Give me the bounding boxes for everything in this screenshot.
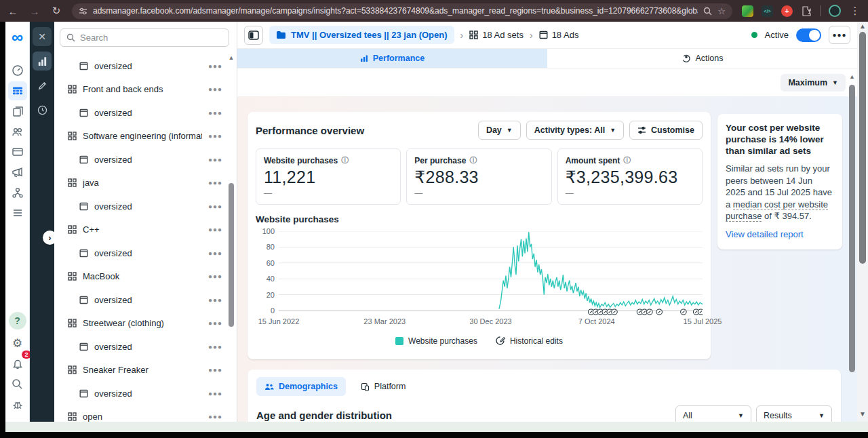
row-menu-button[interactable]: ●●● xyxy=(208,226,222,233)
row-menu-button[interactable]: ●●● xyxy=(208,179,222,186)
history-clock-icon[interactable] xyxy=(33,100,52,119)
business-structure-icon[interactable] xyxy=(8,183,27,202)
day-dropdown[interactable]: Day ▼ xyxy=(478,121,521,140)
row-menu-button[interactable]: ●●● xyxy=(208,273,222,280)
extensions-puzzle-icon[interactable] xyxy=(801,5,812,16)
sidebar-item-ad[interactable]: oversized●●● xyxy=(54,241,228,265)
search-input[interactable]: Search xyxy=(60,28,229,47)
row-menu-button[interactable]: ●●● xyxy=(208,109,222,117)
search-rail-icon[interactable] xyxy=(8,374,27,393)
profile-avatar-icon[interactable] xyxy=(829,5,841,17)
row-menu-button[interactable]: ●●● xyxy=(208,390,222,397)
red-extension-icon[interactable]: + xyxy=(781,5,793,17)
code-extension-icon[interactable]: </> xyxy=(762,5,773,17)
zoom-icon[interactable] xyxy=(703,7,712,16)
row-menu-button[interactable]: ●●● xyxy=(208,413,222,420)
row-menu-button[interactable]: ●●● xyxy=(208,319,222,327)
more-options-button[interactable]: ●●● xyxy=(829,26,850,44)
sidebar-item-adset[interactable]: Software engineering (information t...●●… xyxy=(54,125,228,148)
info-icon[interactable]: ⓘ xyxy=(469,155,477,165)
sidebar-item-label: oversized xyxy=(94,61,202,71)
historical-edit-marker-icon[interactable] xyxy=(681,309,687,315)
report-bug-icon[interactable] xyxy=(8,395,27,414)
collapse-sidebar-button[interactable] xyxy=(244,26,263,45)
sidebar-item-adset[interactable]: Streetwear (clothing)●●● xyxy=(54,312,228,336)
sidebar-item-ad[interactable]: oversized●●● xyxy=(54,288,228,312)
billing-icon[interactable] xyxy=(8,142,27,161)
sidebar-item-adset[interactable]: java●●● xyxy=(54,172,228,195)
account-overview-icon[interactable] xyxy=(8,61,27,80)
row-menu-button[interactable]: ●●● xyxy=(208,296,222,304)
edit-pencil-icon[interactable] xyxy=(33,76,52,95)
sidebar-item-ad[interactable]: oversized●●● xyxy=(54,335,228,359)
forward-icon[interactable]: → xyxy=(28,5,41,17)
tab-performance[interactable]: Performance xyxy=(237,49,547,68)
row-menu-button[interactable]: ●●● xyxy=(208,250,222,257)
panel-scroll-thumb[interactable] xyxy=(229,183,234,327)
breadcrumb-campaign[interactable]: TMV || Oversized tees || 23 jan (Open) xyxy=(269,26,454,44)
ads-reporting-icon[interactable] xyxy=(8,102,27,121)
sidebar-item-ad[interactable]: oversized●●● xyxy=(54,382,228,405)
sidebar-item-adset[interactable]: Sneaker Freaker●●● xyxy=(54,359,228,382)
content-scrollbar[interactable]: ▲ xyxy=(848,73,856,412)
site-info-icon[interactable] xyxy=(79,7,87,16)
panel-scrollbar[interactable]: ▲ ▼ xyxy=(228,54,235,438)
address-bar[interactable]: adsmanager.facebook.com/adsmanager/manag… xyxy=(72,3,732,19)
sidebar-item-ad[interactable]: oversized●●● xyxy=(54,148,228,172)
maximum-dropdown[interactable]: Maximum ▼ xyxy=(781,74,846,92)
extension-icon[interactable] xyxy=(742,5,753,17)
sidebar-item-adset[interactable]: Front and back ends●●● xyxy=(54,78,228,102)
settings-gear-icon[interactable]: ⚙ xyxy=(8,334,27,353)
charts-panel-icon[interactable] xyxy=(33,52,52,71)
row-menu-button[interactable]: ●●● xyxy=(208,85,222,93)
all-tools-menu-icon[interactable] xyxy=(8,203,27,222)
content-scroll-thumb[interactable] xyxy=(849,85,855,372)
campaigns-icon[interactable] xyxy=(8,81,27,100)
row-menu-button[interactable]: ●●● xyxy=(208,366,222,374)
row-menu-button[interactable]: ●●● xyxy=(208,343,222,351)
meta-logo-icon[interactable]: ∞ xyxy=(12,28,23,46)
sidebar-item-adset[interactable]: C++●●● xyxy=(54,218,228,242)
breadcrumb-adsets[interactable]: 18 Ad sets xyxy=(469,30,524,40)
sidebar-item-adset[interactable]: MacBook●●● xyxy=(54,265,228,289)
sidebar-item-adset[interactable]: open●●● xyxy=(54,405,228,422)
close-icon[interactable]: ✕ xyxy=(33,27,52,46)
scroll-up-icon[interactable]: ▲ xyxy=(848,73,856,80)
bookmark-star-icon[interactable]: ☆ xyxy=(717,6,726,16)
historical-edit-marker-icon[interactable] xyxy=(612,309,618,315)
historical-edit-marker-icon[interactable] xyxy=(656,309,663,315)
browser-scrollbar[interactable]: ▲ ▼ xyxy=(857,22,868,422)
sidebar-item-ad[interactable]: oversized●●● xyxy=(54,54,228,78)
tab-platform[interactable]: Platform xyxy=(353,377,414,396)
sidebar-item-ad[interactable]: oversized●●● xyxy=(54,101,228,125)
ad-tools-megaphone-icon[interactable] xyxy=(8,163,27,182)
help-icon[interactable]: ? xyxy=(9,312,26,330)
activity-types-dropdown[interactable]: Activity types: All ▼ xyxy=(526,121,624,140)
reload-icon[interactable]: ↻ xyxy=(50,5,62,17)
audiences-icon[interactable] xyxy=(8,122,27,141)
back-icon[interactable]: ← xyxy=(7,5,19,17)
browser-scroll-thumb[interactable] xyxy=(859,32,866,264)
notifications-bell-icon[interactable]: 2 xyxy=(8,354,27,373)
row-menu-button[interactable]: ●●● xyxy=(208,156,222,163)
tab-actions[interactable]: Actions xyxy=(547,49,857,68)
customise-button[interactable]: Customise xyxy=(629,121,703,140)
active-toggle[interactable] xyxy=(796,28,821,42)
breadcrumb-ads[interactable]: 18 Ads xyxy=(539,30,579,40)
info-icon[interactable]: ⓘ xyxy=(623,155,631,165)
row-menu-button[interactable]: ●●● xyxy=(208,203,222,210)
sidebar-item-ad[interactable]: oversized●●● xyxy=(54,195,228,218)
y-tick-label: 40 xyxy=(267,275,275,283)
tab-demographics[interactable]: Demographics xyxy=(256,377,346,396)
status-label: Active xyxy=(765,30,789,40)
scroll-down-icon[interactable]: ▼ xyxy=(857,410,868,419)
view-detailed-report-link[interactable]: View detailed report xyxy=(726,229,804,239)
historical-edit-marker-icon[interactable] xyxy=(698,309,703,315)
info-icon[interactable]: ⓘ xyxy=(341,155,349,165)
scroll-up-icon[interactable]: ▲ xyxy=(228,54,235,61)
row-menu-button[interactable]: ●●● xyxy=(208,132,222,140)
historical-edit-marker-icon[interactable] xyxy=(647,309,653,315)
scroll-up-icon[interactable]: ▲ xyxy=(857,22,868,31)
row-menu-button[interactable]: ●●● xyxy=(208,62,222,70)
browser-menu-icon[interactable]: ⋮ xyxy=(849,5,861,17)
